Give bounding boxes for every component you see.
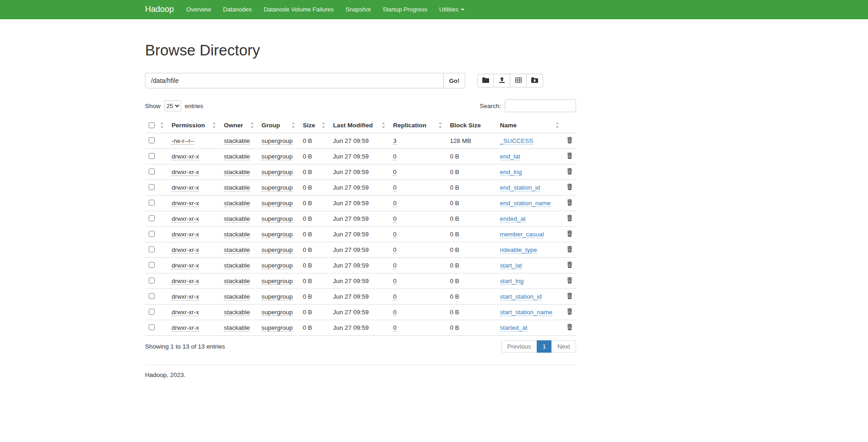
permission-value[interactable]: drwxr-xr-x <box>172 309 199 316</box>
go-button[interactable]: Go! <box>444 73 465 88</box>
header-permission[interactable]: Permission <box>168 118 220 133</box>
group-value[interactable]: supergroup <box>262 153 293 160</box>
header-name[interactable]: Name <box>496 118 563 133</box>
replication-value[interactable]: 0 <box>393 293 397 300</box>
delete-button[interactable] <box>567 324 572 330</box>
delete-button[interactable] <box>567 308 572 315</box>
permission-value[interactable]: drwxr-xr-x <box>172 153 199 160</box>
group-value[interactable]: supergroup <box>262 262 293 269</box>
select-all-checkbox[interactable] <box>149 122 155 128</box>
pagination-page-1[interactable]: 1 <box>537 340 552 353</box>
file-name-link[interactable]: _SUCCESS <box>500 137 534 145</box>
owner-value[interactable]: stackable <box>224 137 250 145</box>
owner-value[interactable]: stackable <box>224 293 250 300</box>
row-checkbox[interactable] <box>149 246 155 252</box>
file-name-link[interactable]: started_at <box>500 324 528 332</box>
header-size[interactable]: Size <box>299 118 329 133</box>
group-value[interactable]: supergroup <box>262 278 293 285</box>
group-value[interactable]: supergroup <box>262 324 293 332</box>
group-value[interactable]: supergroup <box>262 231 293 238</box>
group-value[interactable]: supergroup <box>262 184 293 191</box>
replication-value[interactable]: 0 <box>393 231 397 238</box>
file-name-link[interactable]: ended_at <box>500 215 526 223</box>
file-name-link[interactable]: end_lng <box>500 169 522 176</box>
replication-value[interactable]: 0 <box>393 262 397 269</box>
replication-value[interactable]: 0 <box>393 246 397 254</box>
permission-value[interactable]: drwxr-xr-x <box>172 293 199 300</box>
file-name-link[interactable]: start_station_name <box>500 309 553 316</box>
file-name-link[interactable]: end_station_id <box>500 184 540 191</box>
header-select-all[interactable] <box>145 118 168 133</box>
file-name-link[interactable]: end_lat <box>500 153 520 160</box>
row-checkbox[interactable] <box>149 231 155 237</box>
owner-value[interactable]: stackable <box>224 169 250 176</box>
row-checkbox[interactable] <box>149 200 155 206</box>
table-view-button[interactable] <box>510 74 527 87</box>
new-folder-button[interactable] <box>527 74 543 87</box>
row-checkbox[interactable] <box>149 169 155 175</box>
permission-value[interactable]: drwxr-xr-x <box>172 262 199 269</box>
delete-button[interactable] <box>567 168 572 175</box>
header-replication[interactable]: Replication <box>389 118 446 133</box>
owner-value[interactable]: stackable <box>224 153 250 160</box>
permission-value[interactable]: drwxr-xr-x <box>172 215 199 223</box>
pagination-next[interactable]: Next <box>551 340 576 353</box>
permission-value[interactable]: drwxr-xr-x <box>172 324 199 332</box>
page-size-select[interactable]: 25 <box>164 100 181 111</box>
delete-button[interactable] <box>567 293 572 299</box>
group-value[interactable]: supergroup <box>262 215 293 223</box>
delete-button[interactable] <box>567 230 572 237</box>
search-input[interactable] <box>505 99 576 112</box>
owner-value[interactable]: stackable <box>224 184 250 191</box>
delete-button[interactable] <box>567 277 572 284</box>
permission-value[interactable]: drwxr-xr-x <box>172 231 199 238</box>
replication-value[interactable]: 0 <box>393 169 397 176</box>
row-checkbox[interactable] <box>149 262 155 268</box>
file-name-link[interactable]: rideable_type <box>500 246 537 254</box>
group-value[interactable]: supergroup <box>262 200 293 207</box>
upload-button[interactable] <box>494 74 510 87</box>
delete-button[interactable] <box>567 199 572 206</box>
nav-item-snapshot[interactable]: Snapshot <box>340 0 377 19</box>
file-name-link[interactable]: member_casual <box>500 231 544 238</box>
header-last-modified[interactable]: Last Modified <box>329 118 389 133</box>
owner-value[interactable]: stackable <box>224 324 250 332</box>
replication-value[interactable]: 0 <box>393 309 397 316</box>
row-checkbox[interactable] <box>149 309 155 315</box>
group-value[interactable]: supergroup <box>262 309 293 316</box>
owner-value[interactable]: stackable <box>224 262 250 269</box>
header-group[interactable]: Group <box>258 118 299 133</box>
replication-value[interactable]: 0 <box>393 278 397 285</box>
file-name-link[interactable]: end_station_name <box>500 200 551 207</box>
delete-button[interactable] <box>567 262 572 268</box>
replication-value[interactable]: 0 <box>393 215 397 223</box>
file-name-link[interactable]: start_lat <box>500 262 522 269</box>
pagination-previous[interactable]: Previous <box>501 340 537 353</box>
delete-button[interactable] <box>567 137 572 143</box>
header-owner[interactable]: Owner <box>220 118 258 133</box>
permission-value[interactable]: -rw-r--r-- <box>172 137 194 145</box>
owner-value[interactable]: stackable <box>224 278 250 285</box>
permission-value[interactable]: drwxr-xr-x <box>172 200 199 207</box>
owner-value[interactable]: stackable <box>224 309 250 316</box>
nav-item-utilities-dropdown[interactable]: Utilities <box>433 0 470 19</box>
permission-value[interactable]: drwxr-xr-x <box>172 278 199 285</box>
replication-value[interactable]: 0 <box>393 324 397 332</box>
permission-value[interactable]: drwxr-xr-x <box>172 169 199 176</box>
nav-item-overview[interactable]: Overview <box>180 0 217 19</box>
owner-value[interactable]: stackable <box>224 246 250 254</box>
delete-button[interactable] <box>567 153 572 159</box>
owner-value[interactable]: stackable <box>224 200 250 207</box>
row-checkbox[interactable] <box>149 293 155 299</box>
delete-button[interactable] <box>567 184 572 190</box>
row-checkbox[interactable] <box>149 137 155 143</box>
directory-path-input[interactable] <box>145 73 444 88</box>
brand-hadoop[interactable]: Hadoop <box>145 5 174 14</box>
nav-item-datanode-volume-failures[interactable]: Datanode Volume Failures <box>258 0 340 19</box>
replication-value[interactable]: 3 <box>393 137 397 145</box>
delete-button[interactable] <box>567 246 572 252</box>
group-value[interactable]: supergroup <box>262 169 293 176</box>
header-block-size[interactable]: Block Size <box>446 118 496 133</box>
owner-value[interactable]: stackable <box>224 231 250 238</box>
delete-button[interactable] <box>567 215 572 221</box>
